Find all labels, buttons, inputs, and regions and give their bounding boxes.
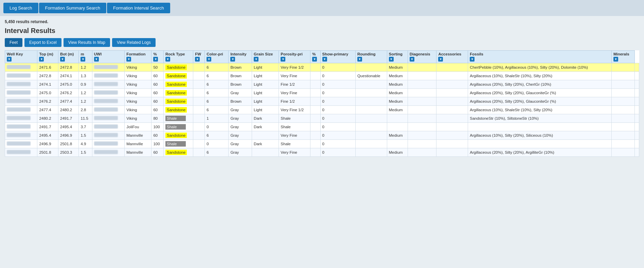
m-cell: 2.8 (79, 106, 92, 114)
color-cell: Gray (229, 114, 252, 123)
table-row[interactable]: 2491.72495.43.7JoliFou100Shale0GrayDarkS… (5, 123, 639, 131)
filter-color-pri-icon[interactable]: ▼ (207, 57, 211, 62)
diagenesis-cell (436, 80, 468, 89)
uwi-cell (92, 123, 124, 131)
filter-intensity-icon[interactable]: ▼ (230, 57, 235, 62)
table-row[interactable]: 2501.82503.31.5Mannville60Sandstone6Gray… (5, 148, 639, 157)
table-body: 2471.62472.81.2Viking50Sandstone6BrownLi… (5, 63, 639, 157)
pct2-cell: 0 (320, 148, 355, 157)
minerals-cell (634, 131, 639, 140)
pct2-cell: 0 (320, 63, 355, 72)
col-rounding: Rounding ▼ (355, 51, 387, 63)
formation-interval-btn[interactable]: Formation Interval Search (107, 3, 170, 13)
color-pri-num-cell: 6 (205, 106, 229, 114)
table-row[interactable]: 2477.42480.22.8Viking60Sandstone6GrayLig… (5, 106, 639, 114)
content-area: 5,450 results returned. Interval Results… (0, 16, 644, 160)
rounding-cell: Medium (387, 148, 408, 157)
rounding-cell: Medium (387, 63, 408, 72)
table-row[interactable]: 2472.82474.11.3Viking60Sandstone6BrownLi… (5, 72, 639, 80)
uwi-cell (92, 89, 124, 97)
m-cell: 1.2 (79, 63, 92, 72)
pct-cell: 60 (151, 89, 164, 97)
rounding-cell (387, 123, 408, 131)
view-map-btn[interactable]: View Results In Map (64, 38, 110, 47)
table-row[interactable]: 2474.12475.00.9Viking60Sandstone6BrownLi… (5, 80, 639, 89)
porosity-pri-cell (310, 140, 320, 148)
sorting-cell (408, 89, 436, 97)
show-primary-cell: Questionable (355, 72, 387, 80)
filter-fw-icon[interactable]: ▼ (195, 57, 200, 62)
accessories-cell: ChertPebble (10%), Argillaceous (10%), S… (468, 63, 612, 72)
formation-cell: Viking (125, 72, 151, 80)
filter-fossils-icon[interactable]: ▼ (470, 57, 475, 62)
rounding-cell: Medium (387, 89, 408, 97)
minerals-cell (634, 63, 639, 72)
top-cell: 2496.9 (37, 140, 58, 148)
show-primary-cell (355, 63, 387, 72)
toolbar: Feet Export to Excel View Results In Map… (5, 38, 639, 47)
pct2-cell: 0 (320, 131, 355, 140)
porosity-pri-cell (310, 63, 320, 72)
filter-uwi-icon[interactable]: ▼ (94, 57, 99, 62)
uwi-cell (92, 114, 124, 123)
filter-accessories-icon[interactable]: ▼ (438, 57, 443, 62)
pct-cell: 50 (151, 63, 164, 72)
table-row[interactable]: 2471.62472.81.2Viking50Sandstone6BrownLi… (5, 63, 639, 72)
show-primary-cell (355, 97, 387, 106)
intensity-cell: Light (252, 106, 279, 114)
formation-summary-btn[interactable]: Formation Summary Search (39, 3, 107, 13)
filter-show-primary-icon[interactable]: ▼ (322, 57, 327, 62)
porosity-pri-cell (310, 148, 320, 157)
filter-pct2-icon[interactable]: ▼ (312, 57, 317, 62)
view-logs-btn[interactable]: View Related Logs (112, 38, 156, 47)
intensity-cell: Light (252, 80, 279, 89)
rock-type-cell: Shale (164, 114, 193, 123)
top-cell: 2474.1 (37, 80, 58, 89)
fw-cell (193, 106, 205, 114)
show-primary-cell (355, 89, 387, 97)
filter-m-icon[interactable]: ▼ (80, 57, 85, 62)
filter-sorting-icon[interactable]: ▼ (389, 57, 394, 62)
sorting-cell (408, 72, 436, 80)
fossils-cell (611, 114, 634, 123)
intensity-cell (252, 131, 279, 140)
export-excel-btn[interactable]: Export to Excel (24, 38, 61, 47)
intensity-cell: Light (252, 63, 279, 72)
formation-cell: Mannville (125, 131, 151, 140)
table-row[interactable]: 2495.42496.91.5Mannville60Sandstone6Gray… (5, 131, 639, 140)
log-search-btn[interactable]: Log Search (3, 3, 38, 13)
table-row[interactable]: 2496.92501.84.9Mannville100Shale0GrayDar… (5, 140, 639, 148)
filter-formation-icon[interactable]: ▼ (126, 57, 131, 62)
accessories-cell: Argillaceous (20%), Silty (20%), ChertGr… (468, 80, 612, 89)
filter-rock-type-icon[interactable]: ▼ (165, 57, 170, 62)
uwi-cell (92, 97, 124, 106)
filter-well-key-icon[interactable]: ▼ (7, 57, 12, 62)
table-row[interactable]: 2476.22477.41.2Viking60Sandstone6BrownLi… (5, 97, 639, 106)
filter-rounding-icon[interactable]: ▼ (357, 57, 362, 62)
porosity-pri-cell (310, 123, 320, 131)
grain-size-cell: Very Fine (279, 89, 310, 97)
porosity-pri-cell (310, 114, 320, 123)
bot-cell: 2477.4 (58, 97, 79, 106)
show-primary-cell (355, 114, 387, 123)
col-well-key: Well Key ▼ (5, 51, 37, 63)
section-title: Interval Results (5, 27, 639, 35)
pct2-cell: 0 (320, 72, 355, 80)
porosity-pri-cell (310, 106, 320, 114)
table-row[interactable]: 2475.02476.21.2Viking60Sandstone6GrayLig… (5, 89, 639, 97)
grain-size-cell: Very Fine (279, 72, 310, 80)
filter-pct-icon[interactable]: ▼ (153, 57, 158, 62)
filter-top-m-icon[interactable]: ▼ (39, 57, 44, 62)
filter-porosity-pri-icon[interactable]: ▼ (281, 57, 285, 62)
filter-diagenesis-icon[interactable]: ▼ (410, 57, 414, 62)
feet-btn[interactable]: Feet (5, 38, 22, 47)
diagenesis-cell (436, 140, 468, 148)
minerals-cell (634, 89, 639, 97)
table-row[interactable]: 2480.22491.711.5Viking80Shale1GrayDarkSh… (5, 114, 639, 123)
filter-grain-size-icon[interactable]: ▼ (254, 57, 258, 62)
accessories-cell: Argillaceous (20%), Silty (20%), Glaucon… (468, 97, 612, 106)
fw-cell (193, 63, 205, 72)
uwi-cell (92, 140, 124, 148)
filter-bot-m-icon[interactable]: ▼ (60, 57, 65, 62)
filter-minerals-icon[interactable]: ▼ (613, 57, 618, 62)
